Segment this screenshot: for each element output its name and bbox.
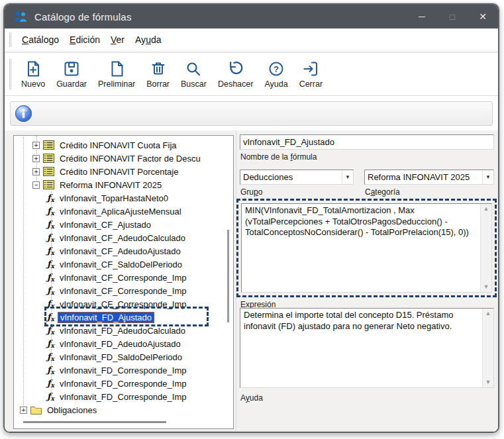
tree-item-formula[interactable]: ƒxvInfonavit_FD_Corresponde_Imp — [14, 377, 233, 390]
close-window-button[interactable]: Cerrar — [295, 58, 327, 91]
menu-ver[interactable]: Ver — [105, 32, 130, 48]
tree-item-formula[interactable]: ƒxvInfonavit_FD_Corresponde_Imp — [14, 390, 233, 403]
formula-group-icon — [43, 167, 54, 176]
trash-icon — [149, 60, 168, 78]
function-icon: ƒx — [47, 352, 54, 362]
tree-item-formula[interactable]: ƒxvInfonavit_FD_Corresponde_Imp — [14, 364, 233, 377]
content-area: +Crédito INFONAVIT Cuota Fija+Crédito IN… — [5, 130, 498, 432]
help-icon: ? — [267, 60, 285, 78]
save-icon — [62, 60, 81, 78]
expand-icon[interactable]: + — [32, 142, 40, 149]
tree-item-label: vInfonavit_FD_AdeudoAjustado — [58, 338, 183, 350]
help-scrollbar[interactable]: ▲ ▼ — [482, 309, 493, 387]
menu-catalogo[interactable]: Catálogo — [17, 32, 64, 48]
tree-item-formula[interactable]: ƒxvInfonavit_CF_Corresponde_Imp — [14, 271, 233, 284]
formula-group-icon — [43, 154, 54, 163]
scroll-down-icon[interactable]: ▼ — [485, 379, 491, 385]
tree-item-label: vInfonavit_CF_AdeudoCalculado — [58, 232, 187, 244]
function-icon: ƒx — [47, 391, 54, 402]
minimize-button[interactable]: ─ — [407, 5, 437, 28]
expression-text[interactable]: MIN(VInfonavit_FD_TotalAmortizacion , Ma… — [242, 204, 480, 292]
search-button[interactable]: Buscar — [176, 58, 211, 91]
help-editor[interactable]: Determina el importe total del concepto … — [240, 308, 494, 388]
tree-item-label: vInfonavit_FD_Corresponde_Imp — [58, 391, 189, 403]
tree-item-formula[interactable]: ƒxvInfonavit_FD_AdeudoCalculado — [14, 324, 233, 337]
function-icon: ƒx — [47, 365, 54, 375]
function-icon: ƒx — [47, 193, 54, 203]
title-bar: Catálogo de fórmulas ─ □ ✕ — [5, 5, 498, 28]
expression-scrollbar[interactable]: ▲ ▼ — [480, 204, 491, 292]
tree-item-label: vInfonavit_FD_Corresponde_Imp — [58, 378, 189, 389]
tree-item-label: Crédito INFONAVIT Porcentaje — [58, 166, 180, 177]
menu-edicion[interactable]: Edición — [64, 32, 105, 48]
tree-item-folder[interactable]: +Obligaciones — [14, 403, 233, 416]
tree-item-formula[interactable]: ƒxvInfonavit_FD_SaldoDelPeriodo — [14, 350, 233, 364]
scroll-up-icon[interactable]: ▲ — [483, 206, 489, 212]
tree-item-label: vInfonavit_FD_Ajustado — [58, 312, 154, 323]
menu-bar: Catálogo Edición Ver Ayuda — [5, 28, 498, 52]
tree-vertical-scrollbar-thumb[interactable] — [227, 230, 229, 322]
expand-icon[interactable]: + — [32, 168, 40, 175]
tree-horizontal-scrollbar-thumb[interactable] — [23, 421, 166, 423]
folder-icon — [30, 406, 42, 415]
tree-item-formula[interactable]: ƒxvInfonavit_CF_Corresponde_Imp — [14, 284, 233, 297]
formula-name-input[interactable]: vInfonavit_FD_Ajustado — [240, 134, 494, 150]
tree-item-group[interactable]: +Crédito INFONAVIT Cuota Fija — [14, 138, 233, 152]
category-dropdown[interactable]: Reforma INFONAVIT 2025 ▼ — [364, 170, 494, 185]
tree-item-formula[interactable]: ƒxvInfonavit_CF_AdeudoCalculado — [14, 231, 233, 244]
help-button[interactable]: ? Ayuda — [260, 58, 292, 91]
save-button[interactable]: Guardar — [52, 58, 91, 91]
close-button[interactable]: ✕ — [468, 5, 498, 28]
expand-icon[interactable]: + — [20, 407, 27, 414]
tree-item-group[interactable]: −Reforma INFONAVIT 2025 — [14, 178, 233, 191]
function-icon: ƒx — [47, 206, 54, 217]
function-icon: ƒx — [47, 246, 54, 256]
function-icon: ƒx — [47, 232, 54, 243]
undo-button[interactable]: Deshacer — [213, 58, 258, 91]
tree-item-label: vInfonavit_CF_AdeudoAjustado — [58, 246, 183, 257]
info-icon — [15, 105, 32, 122]
tree-item-formula[interactable]: ƒxvInfonavit_CF_SaldoDelPeriodo — [14, 258, 233, 271]
tree-item-group[interactable]: +Crédito INFONAVIT Porcentaje — [14, 165, 233, 178]
tree-item-group[interactable]: +Crédito INFONAVIT Factor de Descu — [14, 152, 233, 165]
help-text[interactable]: Determina el importe total del concepto … — [240, 309, 482, 387]
new-button[interactable]: Nuevo — [17, 58, 50, 91]
function-icon: ƒx — [47, 325, 54, 336]
exit-icon — [301, 60, 320, 78]
chevron-down-icon[interactable]: ▼ — [342, 170, 353, 184]
tree-item-label: Reforma INFONAVIT 2025 — [58, 179, 164, 191]
tree-item-formula[interactable]: ƒxvInfonavit_AplicaAjusteMensual — [14, 205, 233, 218]
collapse-icon[interactable]: − — [32, 181, 40, 189]
new-document-icon — [24, 60, 42, 78]
chevron-down-icon[interactable]: ▼ — [482, 170, 493, 184]
expand-icon[interactable]: + — [32, 155, 40, 162]
tree-item-label: vInfonavit_ToparHastaNeto0 — [58, 193, 170, 204]
tree-item-label: Crédito INFONAVIT Cuota Fija — [58, 140, 179, 151]
tree-item-label: vInfonavit_CF_Corresponde_Imp — [58, 299, 189, 310]
tree-item-formula[interactable]: ƒxvInfonavit_FD_AdeudoAjustado — [14, 337, 233, 350]
delete-button[interactable]: Borrar — [142, 58, 174, 91]
group-dropdown[interactable]: Deducciones ▼ — [240, 170, 354, 185]
expression-editor[interactable]: MIN(VInfonavit_FD_TotalAmortizacion , Ma… — [241, 203, 492, 293]
function-icon: ƒx — [47, 285, 54, 296]
svg-text:?: ? — [274, 64, 279, 74]
maximize-button[interactable]: □ — [437, 5, 468, 28]
function-icon: ƒx — [47, 312, 54, 322]
tree-item-formula[interactable]: ƒxvInfonavit_CF_AdeudoAjustado — [14, 244, 233, 258]
tree-item-formula[interactable]: ƒxvInfonavit_CF_Corresponde_Imp — [14, 297, 233, 311]
tree-item-formula[interactable]: ƒxvInfonavit_ToparHastaNeto0 — [14, 191, 233, 205]
toolbar-grip — [9, 32, 11, 47]
search-icon — [184, 60, 203, 78]
toolbar-grip — [9, 59, 11, 89]
scroll-up-icon[interactable]: ▲ — [485, 311, 491, 317]
tree-item-formula[interactable]: ƒxvInfonavit_CF_Ajustado — [14, 218, 233, 231]
preview-document-icon — [107, 60, 126, 78]
formula-group-icon — [43, 140, 54, 150]
formula-name-label: Nombre de la fórmula — [240, 152, 317, 162]
function-icon: ƒx — [47, 299, 54, 309]
tree-item-formula[interactable]: ƒxvInfonavit_FD_Ajustado — [14, 311, 233, 324]
scroll-down-icon[interactable]: ▼ — [483, 284, 489, 290]
menu-ayuda[interactable]: Ayuda — [130, 32, 166, 48]
preview-button[interactable]: Preliminar — [93, 58, 140, 91]
app-logo-icon — [13, 10, 28, 23]
